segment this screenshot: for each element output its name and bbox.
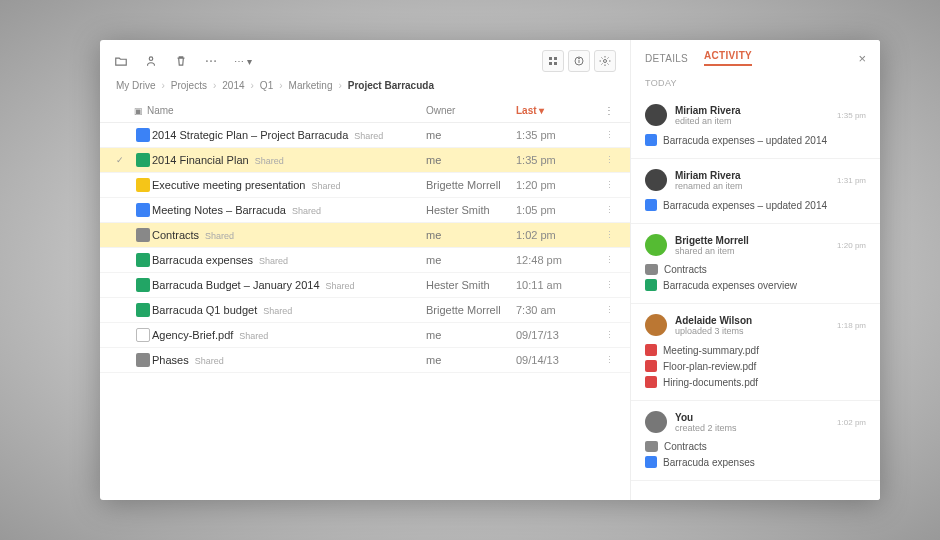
file-row[interactable]: Meeting Notes – BarracudaSharedHester Sm… bbox=[100, 198, 630, 223]
side-panel: DETAILS ACTIVITY × TODAY Miriam Riveraed… bbox=[630, 40, 880, 500]
activity-attachment[interactable]: Barracuda expenses – updated 2014 bbox=[645, 199, 866, 211]
activity-time: 1:20 pm bbox=[837, 241, 866, 250]
activity-attachment[interactable]: Barracuda expenses bbox=[645, 456, 866, 468]
file-row[interactable]: 2014 Strategic Plan – Project BarracudaS… bbox=[100, 123, 630, 148]
file-icon bbox=[134, 128, 152, 142]
activity-attachment[interactable]: Contracts bbox=[645, 264, 866, 275]
col-name-label[interactable]: Name bbox=[147, 105, 174, 116]
col-options[interactable]: ⋮ bbox=[596, 105, 614, 116]
breadcrumb-item[interactable]: Q1 bbox=[260, 80, 273, 91]
file-row[interactable]: Barracuda Q1 budgetSharedBrigette Morrel… bbox=[100, 298, 630, 323]
attachment-icon bbox=[645, 376, 657, 388]
file-modified: 1:05 pm bbox=[516, 204, 596, 216]
breadcrumb: My Drive› Projects› 2014› Q1› Marketing›… bbox=[100, 78, 630, 101]
attachment-icon bbox=[645, 264, 658, 275]
file-modified: 1:35 pm bbox=[516, 154, 596, 166]
activity-time: 1:18 pm bbox=[837, 321, 866, 330]
attachment-label: Barracuda expenses – updated 2014 bbox=[663, 200, 827, 211]
activity-attachment[interactable]: Meeting-summary.pdf bbox=[645, 344, 866, 356]
breadcrumb-item[interactable]: 2014 bbox=[222, 80, 244, 91]
share-icon[interactable] bbox=[144, 54, 158, 68]
col-owner-label[interactable]: Owner bbox=[426, 105, 516, 116]
attachment-icon bbox=[645, 279, 657, 291]
activity-card: Miriam Riverarenamed an item1:31 pmBarra… bbox=[631, 159, 880, 224]
row-options[interactable]: ⋮ bbox=[596, 180, 614, 190]
file-modified: 7:30 am bbox=[516, 304, 596, 316]
activity-person: You bbox=[675, 412, 829, 423]
attachment-icon bbox=[645, 441, 658, 452]
activity-attachment[interactable]: Hiring-documents.pdf bbox=[645, 376, 866, 388]
row-checkbox[interactable]: ✓ bbox=[116, 155, 134, 165]
file-owner: me bbox=[426, 129, 516, 141]
row-options[interactable]: ⋮ bbox=[596, 130, 614, 140]
row-options[interactable]: ⋮ bbox=[596, 355, 614, 365]
row-options[interactable]: ⋮ bbox=[596, 255, 614, 265]
file-row[interactable]: Agency-Brief.pdfSharedme09/17/13⋮ bbox=[100, 323, 630, 348]
breadcrumb-item[interactable]: Marketing bbox=[289, 80, 333, 91]
activity-feed: Miriam Riveraedited an item1:35 pmBarrac… bbox=[631, 94, 880, 500]
file-name: Executive meeting presentationShared bbox=[152, 179, 426, 191]
more-icon[interactable] bbox=[204, 54, 218, 68]
file-modified: 09/17/13 bbox=[516, 329, 596, 341]
row-options[interactable]: ⋮ bbox=[596, 305, 614, 315]
svg-rect-6 bbox=[549, 62, 552, 65]
file-owner: Brigette Morrell bbox=[426, 179, 516, 191]
file-row[interactable]: ContractsSharedme1:02 pm⋮ bbox=[100, 223, 630, 248]
view-info-button[interactable] bbox=[568, 50, 590, 72]
activity-action: created 2 items bbox=[675, 423, 829, 433]
file-modified: 1:35 pm bbox=[516, 129, 596, 141]
trash-icon[interactable] bbox=[174, 54, 188, 68]
attachment-label: Floor-plan-review.pdf bbox=[663, 361, 756, 372]
activity-attachment[interactable]: Barracuda expenses overview bbox=[645, 279, 866, 291]
add-folder-icon[interactable] bbox=[114, 54, 128, 68]
attachment-icon bbox=[645, 360, 657, 372]
attachment-icon bbox=[645, 134, 657, 146]
tab-details[interactable]: DETAILS bbox=[645, 53, 688, 64]
file-row[interactable]: Barracuda expensesSharedme12:48 pm⋮ bbox=[100, 248, 630, 273]
tab-activity[interactable]: ACTIVITY bbox=[704, 50, 752, 66]
view-grid-button[interactable] bbox=[542, 50, 564, 72]
attachment-label: Barracuda expenses bbox=[663, 457, 755, 468]
file-row[interactable]: Executive meeting presentationSharedBrig… bbox=[100, 173, 630, 198]
row-options[interactable]: ⋮ bbox=[596, 230, 614, 240]
overflow-label[interactable]: ⋯ ▾ bbox=[234, 56, 252, 67]
attachment-label: Contracts bbox=[664, 264, 707, 275]
avatar bbox=[645, 169, 667, 191]
activity-time: 1:31 pm bbox=[837, 176, 866, 185]
main-pane: ⋯ ▾ My Drive› Projects› 2014› Q1› Market… bbox=[100, 40, 630, 500]
breadcrumb-item[interactable]: Projects bbox=[171, 80, 207, 91]
avatar bbox=[645, 314, 667, 336]
file-name: Barracuda Budget – January 2014Shared bbox=[152, 279, 426, 291]
file-owner: me bbox=[426, 329, 516, 341]
activity-attachment[interactable]: Barracuda expenses – updated 2014 bbox=[645, 134, 866, 146]
file-owner: Hester Smith bbox=[426, 279, 516, 291]
file-row[interactable]: PhasesSharedme09/14/13⋮ bbox=[100, 348, 630, 373]
file-name: ContractsShared bbox=[152, 229, 426, 241]
breadcrumb-item[interactable]: My Drive bbox=[116, 80, 155, 91]
attachment-label: Barracuda expenses – updated 2014 bbox=[663, 135, 827, 146]
settings-button[interactable] bbox=[594, 50, 616, 72]
file-row[interactable]: Barracuda Budget – January 2014SharedHes… bbox=[100, 273, 630, 298]
row-options[interactable]: ⋮ bbox=[596, 155, 614, 165]
file-icon bbox=[134, 353, 152, 367]
side-tabs: DETAILS ACTIVITY × bbox=[631, 40, 880, 70]
file-owner: Brigette Morrell bbox=[426, 304, 516, 316]
activity-attachment[interactable]: Contracts bbox=[645, 441, 866, 452]
file-name: 2014 Strategic Plan – Project BarracudaS… bbox=[152, 129, 426, 141]
file-name: Meeting Notes – BarracudaShared bbox=[152, 204, 426, 216]
row-options[interactable]: ⋮ bbox=[596, 330, 614, 340]
file-name: PhasesShared bbox=[152, 354, 426, 366]
activity-person: Brigette Morrell bbox=[675, 235, 829, 246]
svg-point-1 bbox=[206, 60, 208, 62]
file-row[interactable]: ✓2014 Financial PlanSharedme1:35 pm⋮ bbox=[100, 148, 630, 173]
row-options[interactable]: ⋮ bbox=[596, 280, 614, 290]
app-window: ⋯ ▾ My Drive› Projects› 2014› Q1› Market… bbox=[100, 40, 880, 500]
activity-attachment[interactable]: Floor-plan-review.pdf bbox=[645, 360, 866, 372]
svg-rect-7 bbox=[554, 62, 557, 65]
row-options[interactable]: ⋮ bbox=[596, 205, 614, 215]
close-icon[interactable]: × bbox=[858, 51, 866, 66]
attachment-icon bbox=[645, 456, 657, 468]
col-modified-label[interactable]: Last ▾ bbox=[516, 105, 596, 116]
file-icon bbox=[134, 153, 152, 167]
file-modified: 1:02 pm bbox=[516, 229, 596, 241]
